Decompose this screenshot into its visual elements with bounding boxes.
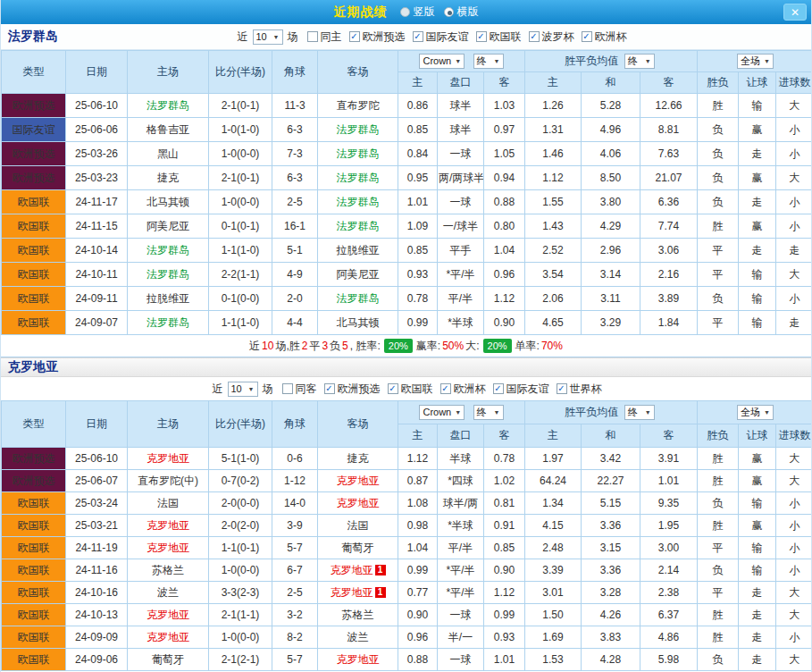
layout-horizontal-radio[interactable]: 横版: [444, 4, 479, 20]
checkbox-icon: ✓: [557, 383, 567, 394]
competition-badge: 欧国联: [2, 190, 66, 214]
filter-label: 国际友谊: [426, 29, 469, 45]
competition-badge: 欧洲预选: [2, 470, 66, 492]
avg-odds-time-select[interactable]: 终▼: [624, 405, 655, 420]
panel-title: 近期战绩: [334, 4, 388, 21]
close-button[interactable]: ✕: [783, 4, 807, 21]
result-wdl: 负: [698, 190, 739, 214]
layout-vertical-radio[interactable]: 竖版: [400, 4, 435, 20]
competition-badge: 欧国联: [2, 287, 66, 311]
match-date: 24-10-13: [66, 604, 128, 626]
corners: 2-0: [272, 287, 318, 311]
ah-home-odds: 0.85: [398, 239, 438, 263]
eu-home-odds: 1.31: [525, 118, 582, 142]
ah-home-odds: 0.96: [398, 626, 438, 649]
col-eu-away: 客: [640, 424, 698, 448]
result-goals: 小: [776, 287, 812, 311]
checkbox-icon: ✓: [324, 383, 335, 394]
ah-away-odds: 0.96: [484, 263, 525, 287]
avg-odds-time-select[interactable]: 终▼: [624, 54, 655, 69]
filter-competition-checkbox[interactable]: ✓波罗杯: [529, 29, 574, 45]
odds-time-select[interactable]: 终▼: [473, 405, 504, 420]
filter-same-venue-checkbox[interactable]: 同客: [282, 382, 317, 397]
away-team: 直布罗陀: [318, 94, 398, 118]
footer-stat: 赢率:: [416, 339, 440, 354]
away-team-name: 克罗地亚: [337, 653, 380, 666]
home-team-name: 北马其顿: [146, 196, 189, 208]
filter-competition-checkbox[interactable]: ✓国际友谊: [493, 382, 549, 397]
away-team-name: 苏格兰: [342, 609, 374, 621]
match-row: 欧国联24-09-11拉脱维亚0-1(0-0)2-0法罗群岛0.78平/半1.1…: [2, 287, 812, 311]
eu-away-odds: 2.16: [640, 263, 698, 287]
eu-away-odds: 21.07: [640, 166, 698, 190]
score: 1-0(0-0): [209, 559, 272, 582]
eu-away-odds: 3.89: [640, 287, 698, 311]
ah-home-odds: 0.90: [398, 604, 438, 626]
filter-competition-checkbox[interactable]: ✓欧国联: [388, 382, 433, 397]
bookmaker-select[interactable]: Crown▼: [419, 54, 465, 69]
ah-line: 球半: [438, 118, 484, 142]
col-eu-home: 主: [525, 72, 582, 94]
chevron-down-icon: ▼: [273, 34, 280, 40]
ah-away-odds: 1.12: [484, 582, 525, 604]
recent-count-select[interactable]: 10▼: [253, 29, 283, 45]
filter-competition-checkbox[interactable]: ✓欧洲杯: [440, 382, 486, 397]
home-team-name: 克罗地亚: [146, 631, 189, 643]
ah-line: 一球: [438, 190, 484, 214]
away-team: 法罗群岛: [318, 118, 398, 142]
eu-home-odds: 1.12: [525, 166, 582, 190]
footer-stat: 10: [262, 340, 273, 352]
away-team: 拉脱维亚: [318, 239, 398, 263]
chevron-down-icon: ▼: [645, 58, 651, 64]
filter-competition-checkbox[interactable]: ✓欧国联: [476, 29, 522, 45]
filter-same-venue-checkbox[interactable]: 同主: [307, 29, 342, 45]
bookmaker-select[interactable]: Crown▼: [419, 405, 465, 420]
filter-competition-checkbox[interactable]: ✓欧洲杯: [582, 29, 627, 45]
filter-competition-checkbox[interactable]: ✓国际友谊: [413, 29, 469, 45]
col-ah-result: 让球: [739, 72, 776, 94]
competition-badge: 欧洲预选: [2, 142, 66, 166]
recent-count-select[interactable]: 10▼: [228, 382, 258, 397]
away-team-name: 直布罗陀: [337, 99, 380, 112]
filter-label: 欧国联: [401, 382, 433, 397]
home-team-name: 格鲁吉亚: [146, 123, 189, 136]
away-team-name: 克罗地亚: [331, 564, 373, 576]
ah-home-odds: 0.88: [398, 649, 438, 671]
result-goals: 小: [776, 118, 812, 142]
competition-badge: 欧国联: [2, 515, 66, 537]
odds-time-select[interactable]: 终▼: [473, 54, 504, 69]
footer-stat: 平: [309, 339, 320, 354]
ah-away-odds: 0.85: [484, 537, 525, 559]
ah-away-odds: 1.03: [484, 94, 525, 118]
ah-away-odds: 0.81: [484, 492, 525, 515]
eu-away-odds: 3.06: [640, 239, 698, 263]
result-handicap: 输: [739, 559, 776, 582]
home-team: 阿美尼亚: [128, 214, 209, 239]
ah-line: 球半/两: [438, 492, 484, 515]
result-wdl: 平: [698, 239, 739, 263]
result-wdl: 负: [698, 118, 739, 142]
match-date: 25-03-24: [66, 492, 128, 515]
filter-competition-checkbox[interactable]: ✓欧洲预选: [349, 29, 406, 45]
ah-line: *平/半: [438, 582, 484, 604]
radio-icon: [444, 7, 454, 17]
checkbox-icon: ✓: [582, 31, 592, 42]
select-value: 10: [256, 32, 267, 42]
scope-select[interactable]: 全场▼: [737, 405, 774, 420]
score: 5-1(1-0): [209, 448, 272, 470]
filter-competition-checkbox[interactable]: ✓欧洲预选: [324, 382, 381, 397]
scope-select[interactable]: 全场▼: [737, 54, 774, 69]
corners: 3-9: [272, 515, 318, 537]
col-result: 胜负: [698, 72, 739, 94]
match-date: 25-06-06: [66, 118, 128, 142]
match-row: 欧国联24-11-17北马其顿1-0(0-0)2-5法罗群岛1.01一球0.88…: [2, 190, 812, 214]
home-team-name: 法罗群岛: [146, 268, 189, 281]
eu-draw-odds: 3.36: [582, 515, 640, 537]
home-team: 法罗群岛: [128, 311, 209, 335]
eu-away-odds: 9.35: [640, 492, 698, 515]
result-wdl: 平: [698, 537, 739, 559]
col-corner: 角球: [272, 51, 318, 94]
away-team-name: 波兰: [347, 631, 369, 643]
filter-competition-checkbox[interactable]: ✓世界杯: [557, 382, 602, 397]
ah-home-odds: 0.86: [398, 94, 438, 118]
